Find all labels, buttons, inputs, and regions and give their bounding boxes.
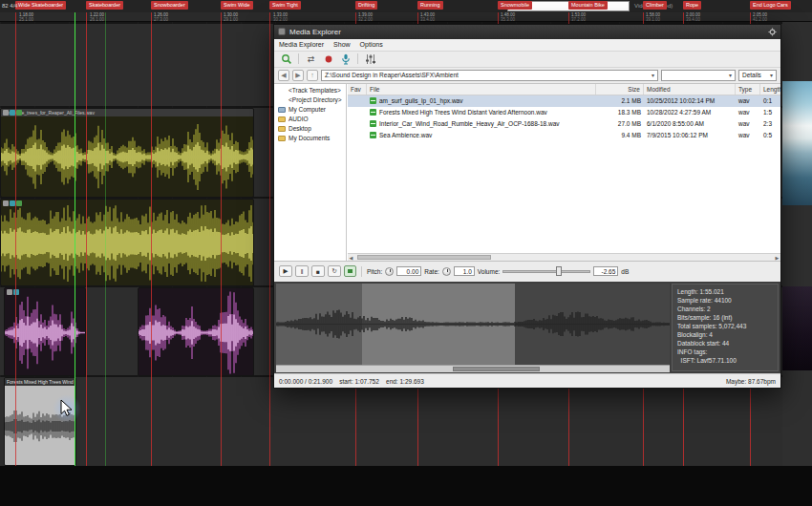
rate-knob[interactable]: [442, 267, 451, 276]
pitch-value[interactable]: 0.00: [396, 266, 421, 276]
clip-badge-icon[interactable]: [3, 110, 9, 116]
file-list-hscrollbar[interactable]: ◀ ▶: [348, 253, 780, 261]
forward-button[interactable]: ▶: [292, 70, 304, 81]
file-row[interactable]: Interior_Car_Wind_Road_Rumble_Heavy_Air_…: [348, 118, 780, 130]
media-explorer-toolbar: ⇄: [274, 52, 780, 68]
media-item-vocal-2[interactable]: [138, 287, 254, 376]
fader-icon[interactable]: [363, 53, 377, 65]
timeline-marker-chip[interactable]: Wide Skateboarder: [15, 1, 66, 10]
timeline-marker-chip[interactable]: Snowboarder: [151, 1, 188, 10]
preview-wave-svg: [276, 284, 670, 365]
filter-combo[interactable]: ▾: [661, 70, 736, 81]
media-item-trees-2[interactable]: [0, 199, 254, 286]
place-item[interactable]: <Project Directory>: [274, 95, 346, 105]
swap-arrows-icon[interactable]: ⇄: [304, 53, 318, 65]
ruler-label: 1.30.0029.1.00: [224, 12, 238, 22]
places-panel: <Track Templates><Project Directory>My C…: [274, 84, 347, 261]
path-combo[interactable]: Z:\Sound Design in Reaper\Assets\SFX\Amb…: [321, 70, 658, 81]
column-length: Length: [760, 84, 780, 95]
clip-badge-icon[interactable]: [16, 200, 22, 206]
place-item[interactable]: Desktop: [274, 124, 346, 134]
menu-options[interactable]: Options: [355, 41, 388, 48]
file-cell: 18.3 MB: [596, 107, 644, 118]
volume-slider[interactable]: [502, 266, 590, 276]
window-pin-icon[interactable]: [768, 28, 777, 36]
file-row[interactable]: am_surf_gulls_lp_01_hpx.wav2.1 MB10/25/2…: [348, 95, 780, 107]
search-media-icon[interactable]: [279, 53, 293, 65]
media-explorer-window: Media Explorer Media Explorer Show Optio…: [273, 24, 781, 389]
mic-icon[interactable]: [338, 53, 353, 65]
place-item[interactable]: <Track Templates>: [274, 86, 346, 95]
clip-badge-icon[interactable]: [13, 289, 19, 295]
clip-badge-icon[interactable]: [16, 110, 22, 116]
media-explorer-icon: [278, 28, 286, 35]
file-list-header[interactable]: Fav File Size Modified Type Length: [348, 84, 780, 95]
file-cell: 9.4 MB: [596, 130, 644, 141]
place-item[interactable]: My Computer: [274, 105, 346, 115]
file-name-cell: am_surf_gulls_lp_01_hpx.wav: [367, 95, 596, 107]
menu-show[interactable]: Show: [329, 41, 355, 48]
timeline-marker-chip[interactable]: Drifting: [355, 1, 377, 10]
timeline-marker-chip[interactable]: Running: [417, 1, 443, 10]
media-explorer-titlebar[interactable]: Media Explorer: [274, 25, 780, 39]
rate-label: Rate:: [424, 268, 439, 275]
menu-media-explorer[interactable]: Media Explorer: [274, 41, 329, 48]
marker-line: [86, 12, 87, 466]
file-row[interactable]: Sea Ambience.wav9.4 MB7/9/2015 10:06:12 …: [348, 130, 780, 141]
autoplay-toggle[interactable]: [344, 265, 356, 277]
media-explorer-statusbar: 0:00.000 / 0:21.900 start: 1:07.752 end:…: [274, 373, 780, 388]
place-item[interactable]: My Documents: [274, 134, 346, 143]
place-label: <Project Directory>: [288, 96, 342, 103]
timeline-marker-chip[interactable]: Swim Wide: [221, 1, 253, 10]
play-button[interactable]: ▶: [279, 265, 292, 277]
media-explorer-title: Media Explorer: [289, 28, 341, 36]
track-lane-5[interactable]: [0, 377, 812, 466]
reaper-app: 82 4/4 Video (docked) Ambience_trees_for…: [0, 0, 812, 506]
preview-waveform[interactable]: [276, 284, 670, 372]
ruler-label: 1.18.0025.1.00: [19, 12, 33, 22]
timeline-marker-chip[interactable]: End Logo Cars: [750, 1, 791, 10]
waveform-track4b: [139, 288, 254, 376]
wav-file-icon: [370, 120, 376, 127]
scrollbar-thumb[interactable]: [357, 255, 491, 260]
rate-value[interactable]: 1.0: [454, 266, 475, 276]
preview-scrollbar[interactable]: [276, 365, 670, 372]
back-button[interactable]: ◀: [278, 70, 289, 81]
place-item[interactable]: AUDIO: [274, 115, 346, 124]
pause-button[interactable]: ‖: [295, 265, 309, 277]
timeline-marker-chip[interactable]: Mountain Bike: [568, 1, 608, 10]
timeline-marker-chip[interactable]: Rope: [683, 1, 701, 10]
record-icon[interactable]: [321, 53, 335, 65]
timeline-marker-chip[interactable]: Snowmobile: [498, 1, 532, 10]
file-cell: 27.0 MB: [596, 118, 644, 130]
file-cell: 10/25/2012 10:02:14 PM: [644, 95, 736, 107]
place-label: <Track Templates>: [288, 87, 341, 94]
marker-line: [269, 12, 270, 466]
folder-icon: [278, 116, 286, 122]
stop-button[interactable]: ■: [311, 265, 325, 277]
loop-button[interactable]: ↻: [328, 265, 341, 277]
ruler-label: 1.33.0030.2.00: [273, 12, 288, 22]
timeline-marker-chip[interactable]: Swim Tight: [269, 1, 301, 10]
clip-badge-icon[interactable]: [7, 289, 12, 295]
volume-value[interactable]: -2.65: [593, 266, 618, 276]
file-cell: 6/1/2020 8:55:00 AM: [644, 118, 736, 130]
preview-position: 0:00.000 / 0:21.900 start: 1:07.752 end:…: [279, 378, 424, 385]
column-size: Size: [596, 84, 644, 95]
timeline-marker-chip[interactable]: Skateboarder: [86, 1, 123, 10]
scrollbar-thumb[interactable]: [453, 367, 540, 371]
slider-thumb[interactable]: [556, 266, 562, 276]
file-cell: 7/9/2015 10:06:12 PM: [644, 130, 736, 141]
marker-line: [221, 12, 222, 466]
file-cell: wav: [736, 107, 760, 118]
file-row[interactable]: Forests Mixed High Trees Wind Distant Va…: [348, 107, 780, 118]
pitch-knob[interactable]: [385, 267, 394, 276]
clip-badge-icon[interactable]: [3, 200, 9, 206]
view-mode-combo[interactable]: Details ▾: [738, 70, 777, 81]
media-item-trees-1[interactable]: Ambience_trees_for_Reaper_All_Files.wav: [0, 108, 254, 198]
ruler-label: 1.26.0027.3.00: [154, 12, 168, 22]
parent-folder-button[interactable]: ↑: [307, 70, 318, 81]
timeline-marker-chip[interactable]: Climber: [643, 1, 667, 10]
scroll-left-icon[interactable]: ◀: [348, 255, 354, 261]
scroll-right-icon[interactable]: ▶: [774, 255, 780, 261]
